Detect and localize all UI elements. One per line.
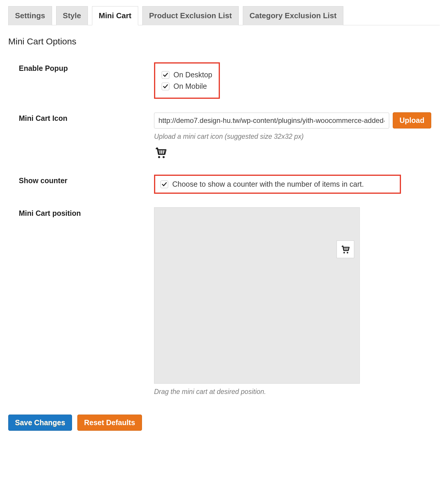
tab-category-exclusion[interactable]: Category Exclusion List [243,6,343,25]
show-counter-highlight: Choose to show a counter with the number… [154,175,401,194]
cart-icon [154,146,168,159]
on-mobile-label: On Mobile [173,82,207,91]
footer-buttons: Save Changes Reset Defaults [8,415,440,431]
save-button[interactable]: Save Changes [8,415,72,431]
tab-style[interactable]: Style [56,6,88,25]
tab-settings[interactable]: Settings [8,6,52,25]
svg-point-10 [343,252,345,253]
show-counter-label: Show counter [19,175,154,194]
show-counter-text: Choose to show a counter with the number… [172,180,364,188]
row-mini-cart-icon: Mini Cart Icon Upload Upload a mini cart… [19,112,429,161]
mini-cart-icon-hint: Upload a mini cart icon (suggested size … [154,133,431,141]
upload-button[interactable]: Upload [393,112,431,128]
mini-cart-position-label: Mini Cart position [19,207,154,396]
row-mini-cart-position: Mini Cart position Drag the mini cart at… [19,207,429,396]
enable-popup-label: Enable Popup [19,62,154,99]
tabs: Settings Style Mini Cart Product Exclusi… [8,6,440,25]
svg-point-11 [347,252,348,253]
tab-product-exclusion[interactable]: Product Exclusion List [142,6,239,25]
settings-panel: Enable Popup On Desktop On Mobile Mi [8,52,440,406]
mini-cart-icon-label: Mini Cart Icon [19,112,154,161]
reset-defaults-button[interactable]: Reset Defaults [77,415,142,431]
check-icon [163,84,168,89]
tab-mini-cart[interactable]: Mini Cart [92,6,138,25]
check-icon [163,72,168,78]
svg-point-5 [163,156,165,158]
on-desktop-label: On Desktop [173,71,212,79]
mini-cart-position-hint: Drag the mini cart at desired position. [154,388,429,396]
checkbox-on-mobile[interactable] [162,83,169,90]
enable-popup-highlight: On Desktop On Mobile [154,62,220,99]
svg-point-4 [158,156,160,158]
mini-cart-icon-preview [154,146,431,161]
position-canvas[interactable] [154,207,360,384]
cart-icon [340,244,350,254]
checkbox-show-counter[interactable] [161,181,168,188]
page-title: Mini Cart Options [8,36,440,46]
check-icon [162,182,167,187]
checkbox-on-desktop[interactable] [162,71,169,79]
position-handle[interactable] [337,240,354,258]
mini-cart-icon-input[interactable] [154,113,389,128]
row-show-counter: Show counter Choose to show a counter wi… [19,175,429,194]
row-enable-popup: Enable Popup On Desktop On Mobile [19,62,429,99]
